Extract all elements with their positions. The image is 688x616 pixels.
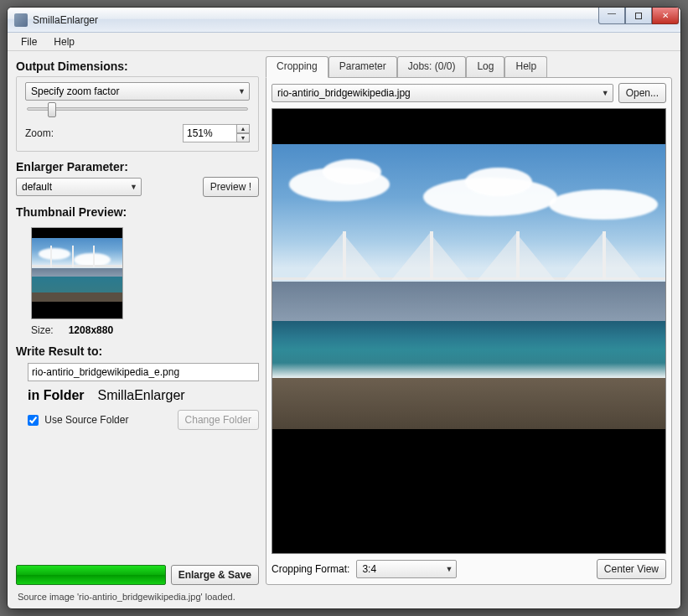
tab-cropping[interactable]: Cropping (266, 56, 328, 78)
cropping-panel: rio-antirio_bridgewikipedia.jpg ▼ Open..… (266, 77, 672, 585)
tab-help[interactable]: Help (504, 56, 547, 78)
zoom-down-button[interactable]: ▼ (236, 133, 250, 142)
chevron-down-icon: ▼ (602, 89, 609, 97)
chevron-down-icon: ▼ (130, 183, 137, 191)
center-view-button[interactable]: Center View (597, 559, 666, 579)
thumb-size-value: 1208x880 (69, 324, 113, 336)
output-dimensions-group: Specify zoom factor ▼ Zoom: ▲▼ (16, 76, 259, 152)
dimension-mode-value: Specify zoom factor (31, 85, 119, 97)
enlarge-save-button[interactable]: Enlarge & Save (171, 565, 259, 585)
menu-file[interactable]: File (13, 34, 45, 50)
output-dimensions-title: Output Dimensions: (16, 60, 259, 73)
tab-jobs[interactable]: Jobs: (0/0) (397, 56, 467, 78)
crop-format-value: 3:4 (362, 563, 376, 575)
progress-bar (16, 565, 166, 585)
zoom-slider[interactable] (27, 107, 248, 111)
tab-log[interactable]: Log (466, 56, 504, 78)
zoom-input[interactable] (183, 124, 236, 142)
dimension-mode-dropdown[interactable]: Specify zoom factor ▼ (25, 82, 250, 101)
thumb-size-label: Size: (31, 324, 54, 336)
chevron-down-icon: ▼ (238, 87, 246, 96)
left-panel: Output Dimensions: Specify zoom factor ▼… (16, 56, 259, 585)
menu-bar: File Help (8, 33, 680, 51)
app-window: SmillaEnlarger — ✕ File Help Output Dime… (7, 7, 681, 609)
photo-image (272, 144, 665, 429)
content-area: Output Dimensions: Specify zoom factor ▼… (8, 51, 680, 588)
zoom-slider-thumb[interactable] (48, 102, 56, 117)
thumbnail-title: Thumbnail Preview: (16, 205, 259, 219)
change-folder-button[interactable]: Change Folder (178, 410, 259, 430)
close-button[interactable]: ✕ (652, 8, 679, 24)
app-title: SmillaEnlarger (33, 14, 98, 26)
open-button[interactable]: Open... (618, 83, 666, 103)
source-file-dropdown[interactable]: rio-antirio_bridgewikipedia.jpg ▼ (272, 84, 613, 102)
crop-format-label: Cropping Format: (272, 563, 349, 575)
chevron-down-icon: ▼ (445, 565, 453, 573)
parameter-preset-dropdown[interactable]: default ▼ (16, 178, 142, 196)
menu-help[interactable]: Help (45, 34, 83, 50)
maximize-button[interactable] (625, 8, 652, 24)
app-icon (14, 13, 28, 27)
write-result-title: Write Result to: (16, 344, 259, 358)
zoom-up-button[interactable]: ▲ (236, 124, 250, 133)
title-bar: SmillaEnlarger — ✕ (8, 8, 680, 33)
source-file-value: rio-antirio_bridgewikipedia.jpg (277, 87, 411, 99)
folder-name: SmillaEnlarger (98, 388, 185, 403)
zoom-label: Zoom: (25, 127, 54, 139)
in-folder-label: in Folder (28, 388, 85, 403)
use-source-folder-label[interactable]: Use Source Folder (28, 414, 128, 426)
status-bar: Source image 'rio-antirio_bridgewikipedi… (8, 588, 680, 608)
right-panel: Cropping Parameter Jobs: (0/0) Log Help … (266, 56, 672, 585)
use-source-folder-checkbox[interactable] (28, 415, 39, 426)
minimize-button[interactable]: — (598, 8, 625, 24)
output-filename-input[interactable] (28, 363, 259, 381)
image-preview[interactable] (272, 108, 666, 554)
parameter-preset-value: default (22, 181, 52, 193)
thumbnail-preview (31, 227, 123, 319)
tab-bar: Cropping Parameter Jobs: (0/0) Log Help (266, 56, 672, 78)
zoom-spinbox[interactable]: ▲▼ (183, 124, 250, 142)
preview-button[interactable]: Preview ! (203, 177, 259, 197)
enlarger-parameter-title: Enlarger Parameter: (16, 160, 259, 173)
tab-parameter[interactable]: Parameter (328, 56, 397, 78)
crop-format-dropdown[interactable]: 3:4 ▼ (356, 560, 457, 578)
